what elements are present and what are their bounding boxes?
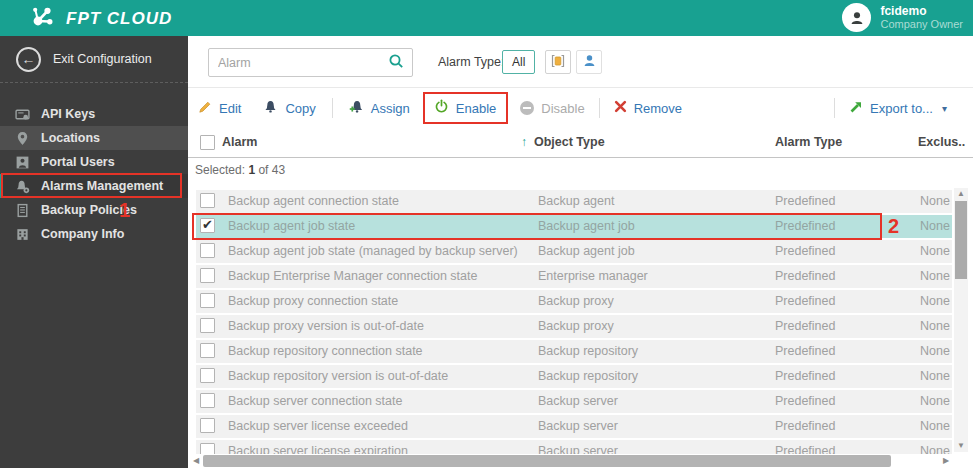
- user-menu[interactable]: fcidemo Company Owner: [842, 3, 963, 32]
- chevron-down-icon: ▾: [942, 103, 947, 114]
- vertical-scroll-thumb[interactable]: [955, 201, 967, 279]
- sidebar-item-portal-users[interactable]: Portal Users: [0, 150, 188, 174]
- table-row[interactable]: Backup server license expiration Backup …: [196, 440, 952, 454]
- export-to-button[interactable]: Export to... ▾: [849, 100, 947, 117]
- row-checkbox[interactable]: [200, 393, 215, 408]
- horizontal-scrollbar[interactable]: ◀ ▶: [190, 454, 952, 468]
- sidebar: ← Exit Configuration API Keys Locations …: [0, 36, 188, 468]
- predefined-alarm-icon: [551, 54, 565, 71]
- alarm-search-input[interactable]: [209, 56, 388, 70]
- remove-button[interactable]: Remove: [614, 100, 682, 116]
- row-checkbox[interactable]: [200, 268, 215, 283]
- actions-toolbar: Edit Copy Assign Enable 3 D: [188, 88, 973, 128]
- company-info-icon: [15, 227, 30, 242]
- table-row[interactable]: Backup agent job state (managed by backu…: [196, 240, 952, 263]
- sidebar-item-locations[interactable]: Locations: [0, 126, 188, 150]
- alarm-type-predefined-button[interactable]: [545, 50, 571, 74]
- vertical-scrollbar[interactable]: ▲ ▼: [954, 188, 968, 452]
- cell-alarm: Backup server license exceeded: [228, 419, 408, 433]
- cell-exclusions: None: [920, 344, 950, 358]
- cell-exclusions: None: [920, 269, 950, 283]
- alarm-type-internal-button[interactable]: [576, 50, 602, 74]
- alarm-type-label: Alarm Type:: [438, 55, 504, 69]
- copy-button[interactable]: Copy: [263, 99, 315, 117]
- sidebar-item-alarms-management[interactable]: Alarms Management: [0, 174, 188, 198]
- cell-alarm: Backup repository version is out-of-date: [228, 369, 448, 383]
- scroll-up-arrow[interactable]: ▲: [954, 188, 968, 200]
- cell-exclusions: None: [920, 419, 950, 433]
- selected-count: 1: [248, 163, 255, 177]
- horizontal-scroll-thumb[interactable]: [203, 455, 891, 467]
- main-content: Alarm Type: All Edit Copy: [188, 36, 973, 468]
- cell-object-type: Backup agent job: [538, 244, 635, 258]
- cell-alarm: Backup agent job state (managed by backu…: [228, 244, 518, 258]
- cell-alarm-type: Predefined: [775, 294, 835, 308]
- row-checkbox[interactable]: [200, 368, 215, 383]
- cell-alarm-type: Predefined: [775, 444, 835, 454]
- column-header-alarm-type[interactable]: Alarm Type: [775, 135, 842, 149]
- row-checkbox[interactable]: [200, 293, 215, 308]
- sidebar-item-company-info[interactable]: Company Info: [0, 222, 188, 246]
- filter-bar: Alarm Type: All: [188, 36, 973, 88]
- table-row[interactable]: Backup agent connection state Backup age…: [196, 190, 952, 213]
- cell-alarm: Backup server connection state: [228, 394, 402, 408]
- cell-alarm-type: Predefined: [775, 219, 835, 233]
- assign-alarm-bell-icon: [349, 99, 364, 117]
- row-checkbox[interactable]: [200, 343, 215, 358]
- table-row[interactable]: Backup Enterprise Manager connection sta…: [196, 265, 952, 288]
- sidebar-item-label: Alarms Management: [41, 179, 163, 193]
- edit-button[interactable]: Edit: [198, 100, 241, 117]
- sidebar-item-backup-policies[interactable]: Backup Policies: [0, 198, 188, 222]
- cell-alarm: Backup agent connection state: [228, 194, 399, 208]
- disable-button[interactable]: Disable: [520, 101, 584, 116]
- cell-object-type: Backup repository: [538, 344, 638, 358]
- table-row[interactable]: Backup server connection state Backup se…: [196, 390, 952, 413]
- column-header-exclusions[interactable]: Exclus..: [918, 135, 965, 149]
- scroll-left-arrow[interactable]: ◀: [190, 454, 202, 468]
- copy-alarm-bell-icon: [263, 99, 278, 117]
- table-row[interactable]: Backup proxy version is out-of-date Back…: [196, 315, 952, 338]
- alarm-type-all-button[interactable]: All: [502, 50, 535, 74]
- cell-alarm: Backup repository connection state: [228, 344, 423, 358]
- assign-button[interactable]: Assign: [349, 99, 410, 117]
- cell-exclusions: None: [920, 219, 950, 233]
- row-checkbox[interactable]: [200, 443, 215, 454]
- row-checkbox[interactable]: [200, 243, 215, 258]
- molecule-logo-icon: [30, 4, 56, 34]
- cell-exclusions: None: [920, 394, 950, 408]
- export-arrow-icon: [849, 100, 863, 117]
- row-checkbox[interactable]: [200, 418, 215, 433]
- exit-configuration-button[interactable]: ← Exit Configuration: [0, 36, 188, 83]
- sort-ascending-icon: ↑: [521, 135, 527, 149]
- top-bar: FPT CLOUD fcidemo Company Owner: [0, 0, 973, 36]
- cell-exclusions: None: [920, 369, 950, 383]
- api-keys-icon: [15, 107, 30, 122]
- scroll-right-arrow[interactable]: ▶: [940, 454, 952, 468]
- cell-object-type: Backup proxy: [538, 319, 614, 333]
- table-row[interactable]: Backup repository version is out-of-date…: [196, 365, 952, 388]
- cell-alarm-type: Predefined: [775, 194, 835, 208]
- table-row[interactable]: Backup repository connection state Backu…: [196, 340, 952, 363]
- portal-users-icon: [15, 155, 30, 170]
- column-header-alarm[interactable]: Alarm: [222, 135, 257, 149]
- row-checkbox[interactable]: [200, 318, 215, 333]
- cell-alarm-type: Predefined: [775, 419, 835, 433]
- row-checkbox[interactable]: [200, 218, 215, 233]
- cell-alarm: Backup server license expiration: [228, 444, 408, 454]
- sidebar-item-label: Company Info: [41, 227, 124, 241]
- logo-text: FPT CLOUD: [66, 9, 172, 29]
- row-checkbox[interactable]: [200, 193, 215, 208]
- toolbar-separator: [599, 98, 600, 118]
- table-row[interactable]: Backup proxy connection state Backup pro…: [196, 290, 952, 313]
- table-row[interactable]: Backup server license exceeded Backup se…: [196, 415, 952, 438]
- enable-button[interactable]: Enable: [434, 99, 496, 117]
- exit-configuration-label: Exit Configuration: [53, 52, 152, 66]
- cell-alarm-type: Predefined: [775, 319, 835, 333]
- table-row[interactable]: Backup agent job state Backup agent job …: [196, 215, 952, 238]
- select-all-checkbox[interactable]: [200, 135, 215, 150]
- search-button[interactable]: [388, 53, 412, 72]
- cell-alarm-type: Predefined: [775, 369, 835, 383]
- column-header-object-type[interactable]: Object Type: [534, 135, 605, 149]
- sidebar-item-api-keys[interactable]: API Keys: [0, 102, 188, 126]
- scroll-down-arrow[interactable]: ▼: [954, 440, 968, 452]
